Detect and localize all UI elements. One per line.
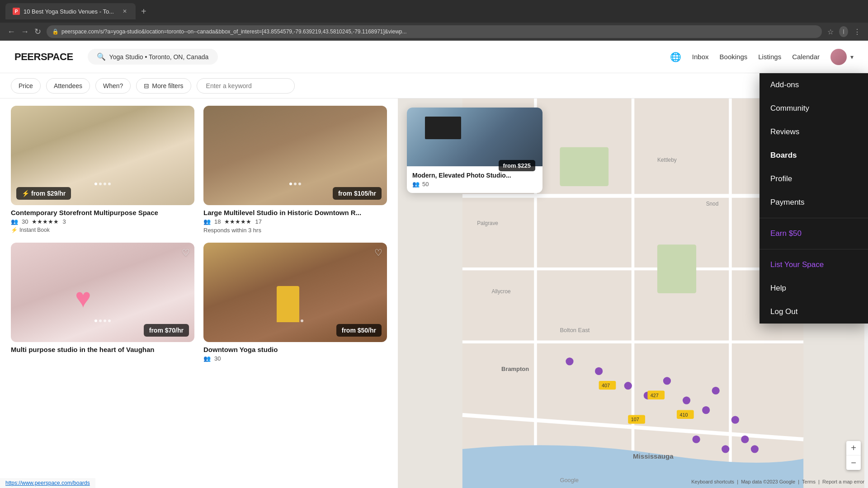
listing-card[interactable]: ⚡ from $29/hr Contemporary Storefront Mu… — [11, 106, 194, 234]
price-filter-button[interactable]: Price — [11, 78, 41, 94]
dropdown-item-reviews[interactable]: Reviews — [760, 120, 868, 144]
listing-title: Large Multilevel Studio in Historic Down… — [203, 209, 387, 216]
attendees-count: 18 — [214, 218, 221, 225]
nav-listings[interactable]: Listings — [758, 53, 781, 61]
dropdown-item-payments[interactable]: Payments — [760, 191, 868, 214]
svg-point-22 — [663, 377, 671, 385]
dot — [99, 183, 102, 185]
tab-title: 10 Best Yoga Studio Venues - To... — [24, 8, 114, 15]
review-count: 17 — [255, 218, 261, 225]
map-listing-card[interactable]: Modern, Elevated Photo Studio... 👥 50 fr… — [407, 108, 542, 193]
dot — [99, 319, 102, 322]
favorite-button[interactable]: ♡ — [374, 247, 382, 258]
dropdown-item-community[interactable]: Community — [760, 97, 868, 120]
dropdown-item-logout[interactable]: Log Out — [760, 300, 868, 324]
svg-point-23 — [683, 396, 690, 404]
dropdown-item-addons[interactable]: Add-ons — [760, 73, 868, 97]
filter-icon: ⊟ — [144, 82, 149, 89]
listings-panel: ⚡ from $29/hr Contemporary Storefront Mu… — [0, 99, 398, 488]
dot — [104, 319, 106, 322]
reload-button[interactable]: ↻ — [34, 27, 41, 37]
decorative-heart: ♥ — [75, 282, 91, 314]
search-bar[interactable]: 🔍 — [88, 49, 218, 65]
favicon: P — [13, 8, 20, 15]
listing-meta: 👥 30 — [203, 355, 387, 362]
listing-title: Contemporary Storefront Multipurpose Spa… — [11, 209, 194, 216]
svg-point-25 — [712, 387, 720, 394]
svg-point-29 — [722, 445, 729, 453]
site-header: PEERSPACE 🔍 🌐 Inbox Bookings Listings Ca… — [0, 41, 868, 73]
header-nav: 🌐 Inbox Bookings Listings Calendar ▾ — [670, 49, 854, 65]
profile-icon[interactable]: I — [839, 26, 848, 37]
lightning-price-badge: ⚡ from $29/hr — [16, 187, 71, 200]
attendees-icon: 👥 — [203, 355, 211, 362]
new-tab-button[interactable]: + — [141, 6, 146, 17]
svg-text:107: 107 — [631, 417, 639, 422]
search-input[interactable] — [109, 53, 209, 61]
nav-bookings[interactable]: Bookings — [720, 53, 748, 61]
svg-point-24 — [702, 406, 710, 414]
nav-inbox[interactable]: Inbox — [692, 53, 709, 61]
decorative-door — [277, 286, 299, 322]
dropdown-item-list-space[interactable]: List Your Space — [760, 253, 868, 277]
dot — [301, 319, 303, 322]
dropdown-divider — [760, 218, 868, 218]
dropdown-item-profile[interactable]: Profile — [760, 167, 868, 191]
instant-book-badge: ⚡ Instant Book — [11, 227, 50, 233]
globe-icon[interactable]: 🌐 — [670, 52, 681, 62]
nav-calendar[interactable]: Calendar — [792, 53, 820, 61]
svg-text:Kettleby: Kettleby — [657, 157, 677, 163]
chevron-down-icon: ▾ — [850, 53, 854, 61]
map-card-attendees: 50 — [422, 181, 429, 188]
lightning-small-icon: ⚡ — [11, 227, 18, 233]
listing-image: ♡ from $50/hr — [203, 243, 387, 342]
back-button[interactable]: ← — [7, 27, 15, 37]
svg-text:Snod: Snod — [706, 201, 719, 207]
url-text: peerspace.com/s/?a=yoga-studio&location=… — [61, 28, 407, 35]
tab-close-button[interactable]: ✕ — [121, 8, 128, 15]
dot — [108, 319, 111, 322]
keyword-input[interactable] — [197, 78, 295, 94]
price-badge: from $70/hr — [144, 324, 189, 337]
address-bar[interactable]: 🔒 peerspace.com/s/?a=yoga-studio&locatio… — [47, 25, 822, 38]
more-filters-button[interactable]: ⊟ More filters — [136, 78, 191, 94]
svg-text:Brampton: Brampton — [501, 366, 529, 372]
favorite-button[interactable]: ♡ — [182, 247, 190, 258]
decorative-tv — [425, 117, 461, 139]
listing-title: Downtown Yoga studio — [203, 346, 387, 353]
svg-text:Google: Google — [560, 477, 579, 483]
attendees-filter-button[interactable]: Attendees — [46, 78, 90, 94]
dot — [94, 319, 97, 322]
dropdown-item-boards[interactable]: Boards — [760, 144, 868, 167]
zoom-out-button[interactable]: − — [846, 455, 861, 470]
listing-grid: ⚡ from $29/hr Contemporary Storefront Mu… — [11, 106, 387, 362]
dropdown-item-earn[interactable]: Earn $50 — [760, 222, 868, 245]
bookmark-icon[interactable]: ☆ — [827, 28, 834, 36]
listing-card[interactable]: from $105/hr Large Multilevel Studio in … — [203, 106, 387, 234]
review-count: 3 — [62, 218, 66, 225]
dot — [94, 183, 97, 185]
forward-button[interactable]: → — [21, 27, 29, 37]
browser-title-bar: P 10 Best Yoga Studio Venues - To... ✕ + — [0, 0, 868, 23]
price-badge: from $50/hr — [336, 324, 382, 337]
listing-image: ♡ from $70/hr ♥ — [11, 243, 194, 342]
listing-card[interactable]: ♡ from $70/hr ♥ Multi purpose studio in … — [11, 243, 194, 362]
when-filter-button[interactable]: When? — [95, 78, 131, 94]
zoom-in-button[interactable]: + — [846, 441, 861, 455]
svg-text:410: 410 — [679, 412, 688, 418]
status-bar: https://www.peerspace.com/boards — [0, 478, 95, 488]
star-rating: ★★★★★ — [224, 218, 251, 225]
svg-point-27 — [741, 436, 749, 443]
site-logo[interactable]: PEERSPACE — [14, 51, 73, 63]
search-icon: 🔍 — [97, 52, 106, 61]
map-card-title: Modern, Elevated Photo Studio... — [412, 172, 537, 179]
dot — [289, 183, 292, 185]
listing-card[interactable]: ♡ from $50/hr Downtown Yoga studio — [203, 243, 387, 362]
avatar-button[interactable]: ▾ — [830, 49, 854, 65]
attendees-count: 30 — [214, 355, 221, 362]
more-options-icon[interactable]: ⋮ — [854, 28, 861, 36]
browser-tab[interactable]: P 10 Best Yoga Studio Venues - To... ✕ — [5, 3, 136, 19]
dropdown-item-help[interactable]: Help — [760, 277, 868, 300]
svg-point-19 — [595, 367, 603, 375]
main-content: ⚡ from $29/hr Contemporary Storefront Mu… — [0, 99, 868, 488]
